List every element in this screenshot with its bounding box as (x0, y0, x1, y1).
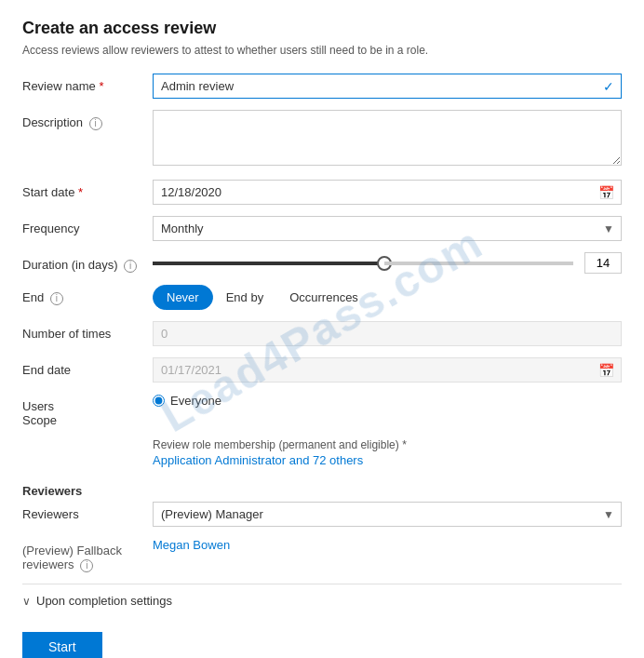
required-asterisk-date: * (78, 185, 83, 199)
end-control: Never End by Occurrences (153, 285, 622, 310)
fallback-link[interactable]: Megan Bowen (153, 538, 230, 552)
fallback-row: (Preview) Fallback reviewers i Megan Bow… (22, 538, 622, 572)
description-textarea[interactable] (153, 110, 622, 166)
review-name-control: ✓ (153, 74, 622, 99)
description-row: Description i (22, 110, 622, 168)
start-date-control: 📅 (153, 180, 622, 205)
end-occurrences-button[interactable]: Occurrences (276, 286, 371, 309)
check-icon: ✓ (603, 79, 614, 94)
fallback-info-icon[interactable]: i (80, 559, 93, 572)
end-by-button[interactable]: End by (213, 286, 276, 309)
description-label: Description i (22, 110, 153, 130)
fallback-label: (Preview) Fallback reviewers i (22, 538, 153, 572)
required-asterisk: * (99, 79, 103, 93)
number-of-times-input (153, 321, 622, 346)
role-membership-row: Review role membership (permanent and el… (153, 438, 622, 467)
users-scope-row: Users Scope Everyone (22, 394, 622, 427)
end-date-row: End date 📅 (22, 357, 622, 383)
slider-unfilled (384, 262, 573, 265)
slider-track[interactable] (153, 262, 573, 265)
duration-row: Duration (in days) i (22, 252, 622, 274)
description-control (153, 110, 622, 168)
number-of-times-label: Number of times (22, 321, 153, 341)
number-of-times-row: Number of times (22, 321, 622, 346)
frequency-label: Frequency (22, 216, 153, 235)
start-button[interactable]: Start (22, 632, 102, 658)
fallback-control: Megan Bowen (153, 538, 622, 552)
description-info-icon[interactable]: i (89, 117, 102, 130)
end-date-input (153, 357, 622, 383)
users-scope-control: Everyone (153, 394, 622, 408)
review-name-input[interactable] (153, 74, 622, 99)
duration-info-icon[interactable]: i (124, 260, 137, 273)
end-never-button[interactable]: Never (153, 285, 213, 310)
reviewers-select[interactable]: (Preview) Manager Selected users Members… (153, 502, 622, 527)
reviewers-control: (Preview) Manager Selected users Members… (153, 502, 622, 527)
everyone-radio-row: Everyone (153, 394, 622, 408)
number-of-times-control (153, 321, 622, 346)
reviewers-section-label: Reviewers (22, 478, 153, 498)
role-membership-label: Review role membership (permanent and el… (153, 438, 622, 451)
everyone-label[interactable]: Everyone (170, 394, 221, 408)
frequency-row: Frequency Monthly Weekly Quarterly Annua… (22, 216, 622, 241)
end-label: End i (22, 285, 153, 305)
end-date-control: 📅 (153, 357, 622, 383)
duration-label: Duration (in days) i (22, 252, 153, 273)
completion-label: Upon completion settings (36, 594, 172, 608)
everyone-radio[interactable] (153, 395, 165, 407)
reviewers-row: Reviewers (Preview) Manager Selected use… (22, 502, 622, 527)
review-name-row: Review name * ✓ (22, 74, 622, 99)
slider-filled (153, 262, 384, 265)
page-title: Create an access review (22, 19, 622, 38)
frequency-control: Monthly Weekly Quarterly Annually One ti… (153, 216, 622, 241)
start-date-label: Start date * (22, 180, 153, 199)
chevron-down-icon: ∨ (22, 595, 31, 608)
start-date-row: Start date * 📅 (22, 180, 622, 205)
users-scope-label: Users Scope (22, 394, 153, 427)
duration-value-input[interactable] (584, 252, 622, 274)
review-name-label: Review name * (22, 74, 153, 93)
end-row: End i Never End by Occurrences (22, 285, 622, 310)
form-container: Create an access review Access reviews a… (0, 0, 644, 658)
role-membership-link[interactable]: Application Administrator and 72 others (153, 453, 622, 467)
end-info-icon[interactable]: i (50, 292, 63, 305)
page-subtitle: Access reviews allow reviewers to attest… (22, 44, 622, 57)
reviewers-field-label: Reviewers (22, 502, 153, 521)
reviewers-section-row: Reviewers (22, 478, 622, 498)
duration-control (153, 252, 622, 274)
frequency-select[interactable]: Monthly Weekly Quarterly Annually One ti… (153, 216, 622, 241)
completion-row[interactable]: ∨ Upon completion settings (22, 584, 622, 617)
start-date-input[interactable] (153, 180, 622, 205)
end-date-label: End date (22, 357, 153, 377)
